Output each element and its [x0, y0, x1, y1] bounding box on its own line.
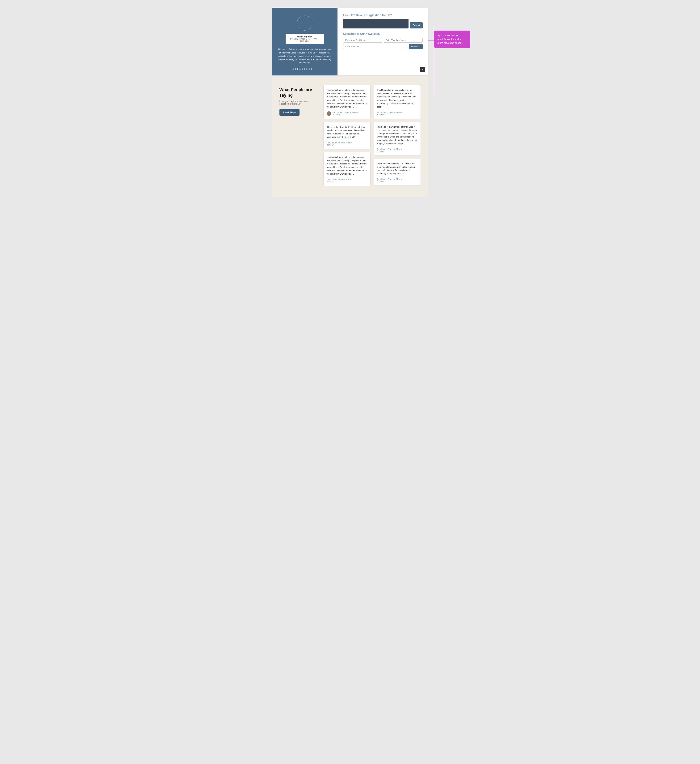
dot-3[interactable] — [297, 68, 298, 70]
newsletter-title: Subscribe to Our Newsletter... — [343, 32, 423, 35]
dot-9[interactable] — [311, 68, 312, 70]
card-column-left: Hundreds of plays in tens of languages i… — [323, 85, 370, 186]
first-name-input[interactable] — [343, 38, 382, 42]
circle-decoration — [297, 15, 312, 31]
scroll-top-button[interactable]: ∧ — [420, 67, 425, 72]
last-name-input[interactable] — [384, 38, 423, 42]
testimonial-text: Hundreds of plays in tens of languages i… — [278, 48, 332, 64]
quote-name: Neel Sengupta — [288, 36, 321, 38]
suggestion-input-row: Submit — [343, 19, 423, 28]
card-left-3-author: Tanvi Shah, Theatre Maker — [327, 178, 367, 180]
annotation-text: Split the section to multiple sections w… — [438, 34, 462, 44]
suggestion-textarea[interactable] — [343, 19, 408, 28]
annotation-box: Split the section to multiple sections w… — [434, 31, 470, 48]
dot-5[interactable] — [302, 68, 303, 70]
card-column-right: This Drama Library is an initiative, fro… — [373, 85, 421, 186]
quote-card: Neel Sengupta Founder, Third Space Colle… — [286, 34, 324, 44]
testimonial-slider-panel: Neel Sengupta Founder, Third Space Colle… — [272, 8, 338, 75]
section-heading: What People are saying — [280, 87, 318, 98]
card-right-1-author: Tanvi Shah, Theatre Maker — [377, 111, 417, 114]
slider-dots — [278, 68, 332, 70]
card-right-2-author: Tanvi Shah, Theatre Maker — [377, 148, 417, 150]
card-left-1-location: Bombay — [333, 114, 358, 116]
avatar-left-1 — [327, 111, 331, 116]
card-right-3-author: Tanvi Shah, Theatre Maker — [377, 178, 417, 180]
card-right-3-text: "Read my first two short TDL playlets th… — [377, 162, 417, 175]
card-left-2-text: "Read my first two short TDL playlets th… — [327, 125, 367, 139]
card-left-3-location: Bombay — [327, 180, 367, 183]
card-left-1-author: Tanvi Shah, Theatre Maker — [333, 111, 358, 114]
card-left-3: Hundreds of plays in tens of languages i… — [323, 152, 370, 186]
card-right-1: This Drama Library is an initiative, fro… — [373, 85, 421, 119]
page-container: Neel Sengupta Founder, Third Space Colle… — [272, 8, 428, 197]
submit-button[interactable]: Submit — [410, 22, 422, 28]
testimonials-cards: Hundreds of plays in tens of languages i… — [323, 85, 421, 186]
card-left-3-text: Hundreds of plays in tens of languages i… — [327, 155, 367, 176]
dot-2[interactable] — [295, 68, 296, 70]
quote-role: Founder, Third Space Collective – New De… — [288, 38, 321, 42]
read-plays-button[interactable]: Read Plays — [280, 109, 300, 116]
card-left-2-location: Bombay — [327, 144, 367, 146]
annotation-horizontal-line — [428, 40, 434, 41]
newsletter-name-row — [343, 38, 423, 42]
card-left-2: "Read my first two short TDL playlets th… — [323, 122, 370, 149]
section-intro: What People are saying Have you explored… — [280, 85, 318, 186]
dot-7[interactable] — [306, 68, 308, 70]
card-right-1-text: This Drama Library is an initiative, fro… — [377, 88, 417, 109]
card-left-2-author: Tanvi Shah, Theatre Maker — [327, 141, 367, 144]
suggestion-title: Like Us? Have a suggestion for Us? — [343, 13, 423, 17]
newsletter-email-row: Subscribe — [343, 44, 423, 49]
card-right-3: "Read my first two short TDL playlets th… — [373, 159, 421, 186]
email-input[interactable] — [343, 44, 407, 49]
card-right-3-location: Bombay — [377, 180, 417, 182]
dot-8[interactable] — [308, 68, 310, 70]
card-left-1-author-row: Tanvi Shah, Theatre Maker Bombay — [327, 111, 367, 116]
subscribe-button[interactable]: Subscribe — [409, 44, 423, 49]
top-section: Neel Sengupta Founder, Third Space Colle… — [272, 8, 428, 76]
dot-line — [313, 69, 317, 69]
bottom-section: What People are saying Have you explored… — [272, 76, 428, 197]
dot-1[interactable] — [292, 68, 294, 70]
card-left-1: Hundreds of plays in tens of languages i… — [323, 85, 370, 119]
dot-6[interactable] — [304, 68, 305, 70]
card-right-1-location: Bombay — [377, 114, 417, 116]
card-left-1-text: Hundreds of plays in tens of languages i… — [327, 88, 367, 109]
card-right-2-location: Bombay — [377, 150, 417, 152]
people-saying-layout: What People are saying Have you explored… — [280, 85, 421, 186]
section-subtext: Have you explored our online collection … — [280, 100, 318, 105]
card-right-2: Hundreds of plays in tens of languages i… — [373, 122, 421, 156]
right-panel: Like Us? Have a suggestion for Us? Submi… — [338, 8, 428, 75]
card-right-2-text: Hundreds of plays in tens of languages i… — [377, 125, 417, 146]
dot-4[interactable] — [299, 68, 301, 70]
